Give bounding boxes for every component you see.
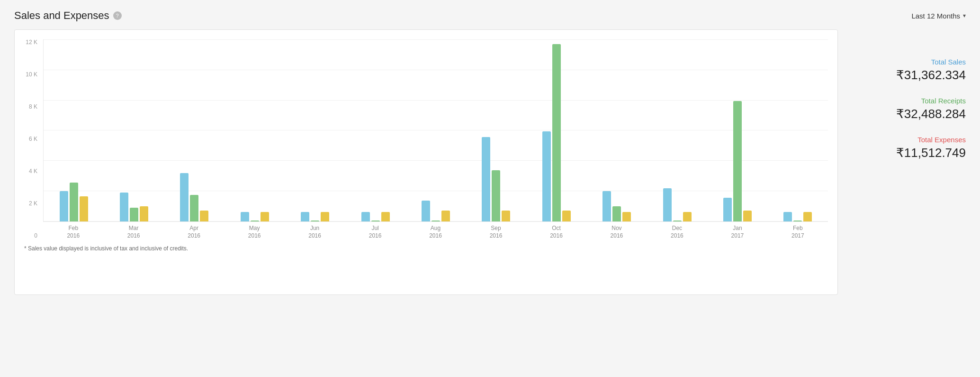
bar-receipts (793, 221, 802, 221)
bar-receipts (311, 221, 319, 221)
bar-sales (663, 188, 672, 221)
bar-group (466, 137, 526, 221)
bar-sales (783, 212, 792, 221)
y-axis-label: 12 K (26, 39, 37, 45)
total-expenses-value: ₹11,512.749 (852, 146, 966, 160)
stats-panel: Total Sales ₹31,362.334 Total Receipts ₹… (852, 29, 966, 160)
period-selector[interactable]: Last 12 Months ▾ (911, 12, 966, 20)
bar-group (225, 212, 285, 221)
grid-line (44, 70, 828, 70)
chart-inner: Feb2016Mar2016Apr2016May2016Jun2016Jul20… (43, 39, 828, 239)
total-receipts-stat: Total Receipts ₹32,488.284 (852, 97, 966, 121)
bar-group (587, 191, 647, 221)
bar-sales (542, 131, 551, 221)
bar-expenses (441, 211, 450, 221)
total-sales-value: ₹31,362.334 (852, 68, 966, 83)
bar-receipts (70, 183, 78, 221)
bar-group (405, 201, 466, 221)
grid-line (44, 100, 828, 101)
total-receipts-label: Total Receipts (852, 97, 966, 105)
bar-group (44, 183, 104, 221)
bar-group (647, 188, 707, 221)
bar-sales (241, 212, 249, 221)
grid-line (44, 39, 828, 40)
bar-expenses (261, 212, 269, 221)
chevron-down-icon: ▾ (963, 12, 966, 19)
y-axis: 12 K10 K8 K6 K4 K2 K0 (19, 39, 43, 239)
bar-group (164, 173, 225, 221)
x-axis-label: Jun2016 (285, 225, 345, 239)
period-label: Last 12 Months (911, 12, 960, 20)
bar-receipts (612, 206, 621, 221)
bar-sales (361, 212, 370, 221)
y-axis-label: 4 K (29, 168, 37, 174)
x-axis-label: Nov2016 (586, 225, 647, 239)
chart-container: 12 K10 K8 K6 K4 K2 K0 Feb2016Mar2016Apr2… (14, 29, 838, 295)
chart-area: 12 K10 K8 K6 K4 K2 K0 Feb2016Mar2016Apr2… (19, 39, 828, 239)
bar-expenses (683, 212, 692, 221)
x-axis-label: Aug2016 (405, 225, 466, 239)
bar-expenses (562, 211, 571, 221)
y-axis-label: 6 K (29, 136, 37, 142)
bar-receipts (130, 208, 138, 221)
bar-receipts (251, 221, 259, 221)
total-expenses-stat: Total Expenses ₹11,512.749 (852, 136, 966, 160)
bar-expenses (381, 212, 390, 221)
bar-expenses (200, 211, 208, 221)
title-wrap: Sales and Expenses ? (14, 9, 122, 22)
bar-sales (180, 173, 189, 221)
total-sales-label: Total Sales (852, 58, 966, 66)
total-receipts-value: ₹32,488.284 (852, 107, 966, 121)
bar-group (768, 212, 828, 221)
bars-area (43, 39, 828, 222)
bar-expenses (321, 212, 329, 221)
x-axis-label: Sep2016 (466, 225, 526, 239)
bar-sales (422, 201, 430, 221)
bar-expenses (80, 196, 88, 221)
x-axis-label: Feb2016 (43, 225, 103, 239)
bar-sales (602, 191, 611, 221)
y-axis-label: 8 K (29, 104, 37, 110)
bar-expenses (622, 212, 631, 221)
page-title: Sales and Expenses (14, 9, 109, 22)
bar-expenses (743, 211, 752, 221)
x-axis-label: May2016 (224, 225, 284, 239)
total-expenses-label: Total Expenses (852, 136, 966, 144)
bar-group (104, 193, 164, 221)
bar-expenses (140, 206, 148, 221)
x-axis-label: Feb2017 (768, 225, 828, 239)
bar-receipts (673, 221, 682, 221)
x-axis-label: Apr2016 (164, 225, 224, 239)
bar-expenses (803, 212, 812, 221)
bar-receipts (733, 101, 742, 221)
total-sales-stat: Total Sales ₹31,362.334 (852, 58, 966, 83)
y-axis-label: 10 K (26, 72, 37, 77)
bar-group (345, 212, 405, 221)
x-axis-label: Jul2016 (345, 225, 405, 239)
y-axis-label: 0 (34, 233, 37, 239)
help-icon[interactable]: ? (113, 11, 122, 20)
y-axis-label: 2 K (29, 201, 37, 206)
bar-sales (120, 193, 128, 221)
bar-group (526, 44, 586, 221)
bar-expenses (502, 211, 510, 221)
x-axis-label: Mar2016 (103, 225, 163, 239)
bar-group (285, 212, 345, 221)
main-content: 12 K10 K8 K6 K4 K2 K0 Feb2016Mar2016Apr2… (14, 29, 966, 295)
x-axis-label: Oct2016 (526, 225, 586, 239)
bar-group (707, 101, 767, 221)
bar-sales (482, 137, 490, 221)
bar-receipts (190, 195, 198, 221)
x-labels: Feb2016Mar2016Apr2016May2016Jun2016Jul20… (43, 225, 828, 239)
x-axis-label: Dec2016 (647, 225, 707, 239)
footnote: * Sales value displayed is inclusive of … (19, 245, 828, 252)
bar-receipts (552, 44, 561, 221)
bar-receipts (492, 170, 500, 221)
x-axis-label: Jan2017 (707, 225, 767, 239)
page-header: Sales and Expenses ? Last 12 Months ▾ (14, 9, 966, 22)
bar-receipts (371, 221, 380, 221)
bar-sales (60, 191, 68, 221)
bar-sales (723, 198, 732, 221)
bar-receipts (432, 221, 440, 221)
bar-sales (301, 212, 309, 221)
